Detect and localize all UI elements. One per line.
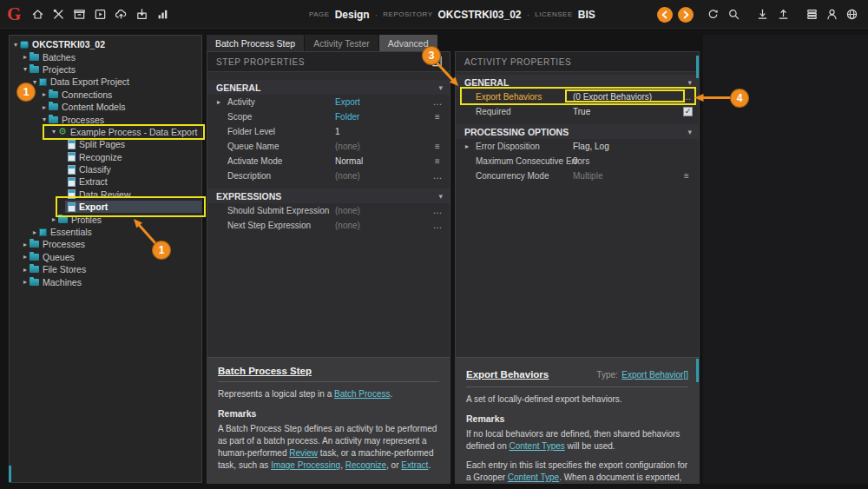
help-link[interactable]: Image Processing — [271, 460, 340, 470]
property-row-description[interactable]: Description (none) … — [207, 169, 450, 183]
cloud-upload-icon[interactable] — [114, 7, 128, 22]
expander-icon[interactable]: ▸ — [21, 241, 30, 248]
expander-icon[interactable]: ▸ — [21, 253, 30, 261]
help-link[interactable]: Batch Process — [334, 389, 390, 399]
property-value[interactable]: Flag, Log — [573, 142, 609, 151]
tree-item-connections[interactable]: ▸ Connections — [10, 89, 201, 101]
tree-item-data-review[interactable]: Data Review — [10, 188, 201, 201]
help-link[interactable]: Review — [289, 448, 318, 458]
tree-item-recognize[interactable]: Recognize — [10, 151, 201, 163]
home-icon[interactable] — [30, 7, 45, 22]
user-icon[interactable] — [825, 7, 839, 22]
help-link[interactable]: Extract — [401, 460, 428, 470]
stats-icon[interactable] — [155, 7, 170, 22]
chevron-down-icon[interactable]: ▾ — [438, 192, 443, 201]
imports-icon[interactable] — [135, 7, 149, 22]
property-row-should-submit-expression[interactable]: Should Submit Expression (none) … — [207, 203, 450, 218]
section-general[interactable]: GENERAL ▾ — [207, 80, 450, 95]
tree-item-extract[interactable]: Extract — [10, 175, 201, 188]
property-row-required[interactable]: Required True ✓ — [456, 104, 699, 119]
dropdown-menu-button[interactable]: ≡ — [431, 142, 444, 151]
tree-item-example-process[interactable]: ▾ ⚙ Example Process - Data Export — [10, 126, 201, 138]
property-value[interactable]: (none) — [335, 171, 360, 181]
property-value[interactable]: Export — [335, 97, 360, 107]
property-row-max-consecutive-errors[interactable]: Maximum Consecutive Errors 0 — [456, 154, 699, 169]
property-row-next-step-expression[interactable]: Next Step Expression (none) … — [207, 218, 450, 233]
ellipsis-button[interactable]: … — [431, 205, 444, 215]
tree-item-content-models[interactable]: ▸ Content Models — [10, 101, 201, 113]
ellipsis-button[interactable]: … — [680, 91, 694, 102]
help-title-link[interactable]: Batch Process Step — [218, 366, 439, 376]
property-value[interactable]: (none) — [335, 142, 360, 151]
property-value[interactable]: Folder — [335, 112, 359, 122]
tree-item-processes-root[interactable]: ▸ Processes — [10, 238, 201, 250]
ellipsis-button[interactable]: … — [431, 170, 444, 181]
expander-icon[interactable]: ▸ — [21, 278, 30, 286]
help-link[interactable]: Content Types — [510, 441, 565, 451]
property-row-activate-mode[interactable]: Activate Mode Normal ≡ — [207, 154, 450, 169]
property-row-concurrency-mode[interactable]: Concurrency Mode Multiple ≡ — [456, 169, 699, 183]
dropdown-menu-button[interactable]: ≡ — [431, 112, 444, 122]
tree-item-processes[interactable]: ▾ Processes — [10, 113, 201, 125]
expander-icon[interactable]: ▸ — [49, 215, 58, 223]
refresh-icon[interactable] — [706, 7, 720, 22]
property-value[interactable]: 1 — [335, 127, 340, 136]
layers-icon[interactable] — [805, 7, 819, 22]
expander-icon[interactable]: ▾ — [49, 128, 58, 135]
property-row-scope[interactable]: Scope Folder ≡ — [207, 109, 450, 124]
property-value[interactable]: True — [573, 107, 590, 116]
tasks-icon[interactable] — [93, 7, 108, 22]
scrollbar-thumb[interactable] — [696, 359, 699, 382]
chevron-down-icon[interactable]: ▾ — [687, 128, 692, 136]
property-value[interactable]: Multiple — [573, 171, 602, 181]
tree-item-batches[interactable]: ▸ Batches — [10, 50, 201, 63]
help-link[interactable]: Recognize — [345, 460, 386, 470]
scrollbar-thumb[interactable] — [9, 466, 11, 482]
expander-icon[interactable]: ▸ — [217, 98, 220, 106]
back-button[interactable] — [657, 7, 673, 23]
expander-icon[interactable]: ▾ — [40, 116, 49, 123]
expander-icon[interactable]: ▾ — [21, 65, 30, 73]
search-icon[interactable] — [727, 7, 741, 22]
scrollbar-thumb[interactable] — [696, 56, 699, 78]
expander-icon[interactable]: ▸ — [21, 266, 30, 274]
expander-icon[interactable]: ▸ — [21, 53, 30, 61]
batches-icon[interactable] — [72, 7, 87, 22]
upload-icon[interactable] — [776, 7, 791, 22]
page-value[interactable]: Design — [335, 9, 370, 21]
section-expressions[interactable]: EXPRESSIONS ▾ — [207, 188, 450, 203]
tree-item-queues[interactable]: ▸ Queues — [10, 251, 201, 263]
forward-button[interactable] — [678, 7, 694, 23]
tree-item-essentials[interactable]: ▸ Essentials — [10, 226, 201, 238]
section-processing-options[interactable]: PROCESSING OPTIONS ▾ — [456, 124, 699, 139]
dropdown-menu-button[interactable]: ≡ — [431, 156, 444, 166]
dropdown-menu-button[interactable]: ≡ — [680, 171, 694, 181]
expander-icon[interactable]: ▾ — [11, 41, 20, 49]
chevron-down-icon[interactable]: ▾ — [687, 78, 692, 87]
property-value[interactable]: (0 Export Behaviors) — [573, 92, 652, 102]
tree-item-file-stores[interactable]: ▸ File Stores — [10, 263, 201, 275]
tree-item-projects[interactable]: ▾ Projects — [10, 63, 201, 76]
ellipsis-button[interactable]: … — [431, 220, 444, 230]
expander-icon[interactable]: ▸ — [465, 142, 469, 150]
globe-icon[interactable] — [845, 7, 859, 22]
property-row-export-behaviors[interactable]: Export Behaviors (0 Export Behaviors) … — [456, 89, 699, 104]
repository-value[interactable]: OKCSTRKI03_02 — [438, 9, 522, 21]
help-link[interactable]: Content Type — [508, 472, 559, 482]
expander-icon[interactable]: ▸ — [40, 90, 49, 98]
tools-icon[interactable] — [51, 7, 66, 22]
property-row-activity[interactable]: ▸ Activity Export … — [207, 95, 450, 109]
property-row-folder-level[interactable]: Folder Level 1 — [207, 124, 450, 139]
section-general-activity[interactable]: GENERAL ▾ — [456, 75, 699, 89]
tree-item-split-pages[interactable]: Split Pages — [10, 138, 201, 150]
property-value[interactable]: (none) — [335, 206, 360, 215]
tree-item-repository-root[interactable]: ▾ OKCSTRKI03_02 — [10, 38, 201, 50]
tree-item-export[interactable]: Export — [10, 201, 201, 213]
tree-item-classify[interactable]: Classify — [10, 163, 201, 175]
help-title-link[interactable]: Export Behaviors — [466, 369, 549, 380]
property-value[interactable]: 0 — [573, 156, 578, 166]
chevron-down-icon[interactable]: ▾ — [438, 83, 443, 92]
tree-item-profiles[interactable]: ▸ Profiles — [10, 213, 201, 225]
property-row-queue-name[interactable]: Queue Name (none) ≡ — [207, 139, 450, 154]
tab-activity-tester[interactable]: Activity Tester — [305, 35, 378, 51]
